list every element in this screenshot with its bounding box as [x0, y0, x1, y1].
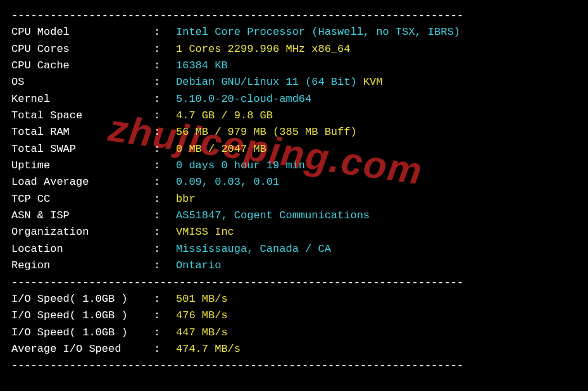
sysinfo-row: Load Average: 0.09, 0.03, 0.01 [11, 174, 577, 190]
iospeed-block: I/O Speed( 1.0GB ): 501 MB/sI/O Speed( 1… [11, 291, 577, 357]
sysinfo-value: Mississauga, Canada / CA [176, 243, 331, 255]
sysinfo-label: Total Space [11, 108, 154, 124]
colon-separator: : [154, 208, 176, 224]
iospeed-value: 447 MB/s [176, 326, 228, 338]
iospeed-label: I/O Speed( 1.0GB ) [11, 307, 154, 324]
sysinfo-value: Ontario [176, 259, 221, 271]
colon-separator: : [154, 325, 176, 341]
sysinfo-label: Region [11, 258, 154, 274]
colon-separator: : [154, 74, 176, 90]
colon-separator: : [154, 291, 176, 307]
sysinfo-label: Total SWAP [11, 141, 154, 158]
colon-separator: : [154, 124, 176, 140]
colon-separator: : [154, 258, 176, 274]
colon-separator: : [154, 58, 176, 74]
colon-separator: : [154, 191, 176, 208]
sysinfo-block: CPU Model: Intel Core Processor (Haswell… [11, 24, 577, 274]
colon-separator: : [154, 341, 176, 357]
iospeed-label: I/O Speed( 1.0GB ) [11, 325, 154, 341]
sysinfo-row: Total SWAP: 0 MB / 2047 MB [11, 141, 577, 158]
sysinfo-row: Uptime: 0 days 0 hour 19 min [11, 158, 577, 174]
sysinfo-label: TCP CC [11, 191, 154, 208]
sysinfo-value: Debian GNU/Linux 11 (64 Bit) [176, 76, 363, 88]
sysinfo-value: KVM [363, 76, 383, 88]
divider-top: ----------------------------------------… [11, 8, 577, 24]
colon-separator: : [154, 224, 176, 240]
iospeed-row: I/O Speed( 1.0GB ): 476 MB/s [11, 307, 577, 324]
divider-mid: ----------------------------------------… [11, 275, 577, 291]
sysinfo-label: CPU Cores [11, 41, 154, 58]
sysinfo-value: AS51847, Cogent Communications [176, 209, 370, 221]
sysinfo-value: 1 Cores 2299.996 MHz x86_64 [176, 43, 350, 55]
sysinfo-label: Load Average [11, 174, 154, 190]
sysinfo-label: Location [11, 241, 154, 258]
colon-separator: : [154, 241, 176, 258]
iospeed-label: Average I/O Speed [11, 341, 154, 357]
iospeed-row: I/O Speed( 1.0GB ): 447 MB/s [11, 325, 577, 341]
sysinfo-row: CPU Cores: 1 Cores 2299.996 MHz x86_64 [11, 41, 577, 58]
sysinfo-label: Kernel [11, 91, 154, 108]
sysinfo-row: CPU Cache: 16384 KB [11, 58, 577, 74]
sysinfo-row: CPU Model: Intel Core Processor (Haswell… [11, 24, 577, 40]
colon-separator: : [154, 307, 176, 324]
colon-separator: : [154, 24, 176, 40]
sysinfo-row: ASN & ISP: AS51847, Cogent Communication… [11, 208, 577, 224]
iospeed-row: I/O Speed( 1.0GB ): 501 MB/s [11, 291, 577, 307]
colon-separator: : [154, 158, 176, 174]
colon-separator: : [154, 108, 176, 124]
sysinfo-row: Region: Ontario [11, 258, 577, 274]
sysinfo-label: Organization [11, 224, 154, 240]
sysinfo-value: 4.7 GB / 9.8 GB [176, 109, 273, 121]
sysinfo-label: Uptime [11, 158, 154, 174]
sysinfo-row: Total Space: 4.7 GB / 9.8 GB [11, 108, 577, 124]
sysinfo-value: Intel Core Processor (Haswell, no TSX, I… [176, 26, 460, 38]
iospeed-label: I/O Speed( 1.0GB ) [11, 291, 154, 307]
colon-separator: : [154, 174, 176, 190]
sysinfo-label: ASN & ISP [11, 208, 154, 224]
sysinfo-value: 0 days 0 hour 19 min [176, 159, 305, 171]
sysinfo-row: OS: Debian GNU/Linux 11 (64 Bit) KVM [11, 74, 577, 90]
sysinfo-label: OS [11, 74, 154, 90]
sysinfo-label: Total RAM [11, 124, 154, 140]
colon-separator: : [154, 141, 176, 158]
iospeed-row: Average I/O Speed: 474.7 MB/s [11, 341, 577, 357]
sysinfo-value: VMISS Inc [176, 226, 234, 238]
colon-separator: : [154, 91, 176, 108]
sysinfo-label: CPU Cache [11, 58, 154, 74]
sysinfo-value: 0.09, 0.03, 0.01 [176, 176, 279, 188]
iospeed-value: 501 MB/s [176, 293, 228, 305]
sysinfo-value: 0 MB / 2047 MB [176, 143, 266, 155]
sysinfo-row: Kernel: 5.10.0-20-cloud-amd64 [11, 91, 577, 108]
sysinfo-value: bbr [176, 193, 196, 205]
iospeed-value: 474.7 MB/s [176, 343, 241, 355]
iospeed-value: 476 MB/s [176, 309, 228, 321]
sysinfo-row: Location: Mississauga, Canada / CA [11, 241, 577, 258]
sysinfo-value: 5.10.0-20-cloud-amd64 [176, 93, 311, 105]
sysinfo-value: 16384 KB [176, 59, 228, 71]
divider-bottom: ----------------------------------------… [11, 357, 577, 374]
terminal-output: ----------------------------------------… [11, 8, 577, 375]
sysinfo-value: 56 MB / 979 MB (385 MB Buff) [176, 126, 357, 138]
sysinfo-row: Total RAM: 56 MB / 979 MB (385 MB Buff) [11, 124, 577, 140]
sysinfo-row: Organization: VMISS Inc [11, 224, 577, 240]
sysinfo-row: TCP CC: bbr [11, 191, 577, 208]
sysinfo-label: CPU Model [11, 24, 154, 40]
colon-separator: : [154, 41, 176, 58]
